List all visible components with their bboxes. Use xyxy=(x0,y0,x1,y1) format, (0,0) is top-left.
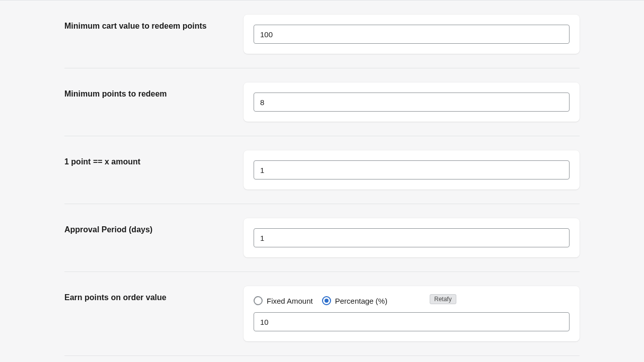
label-min-cart: Minimum cart value to redeem points xyxy=(64,22,207,30)
input-point-amount[interactable] xyxy=(254,160,570,179)
card-min-points xyxy=(244,82,580,122)
input-earn-value[interactable] xyxy=(254,312,570,331)
card-min-cart xyxy=(244,15,580,54)
label-point-amount: 1 point == x amount xyxy=(64,157,140,166)
radio-label-fixed: Fixed Amount xyxy=(267,297,313,305)
radio-percentage[interactable]: Percentage (%) xyxy=(322,296,387,305)
radio-icon-unselected xyxy=(254,296,263,305)
label-min-points: Minimum points to redeem xyxy=(64,89,167,98)
label-approval: Approval Period (days) xyxy=(64,225,152,234)
row-min-cart: Minimum cart value to redeem points xyxy=(64,1,580,68)
row-approval: Approval Period (days) xyxy=(64,204,580,272)
input-approval[interactable] xyxy=(254,228,570,247)
radio-fixed-amount[interactable]: Fixed Amount xyxy=(254,296,313,305)
badge-retafy: Retafy xyxy=(430,294,456,304)
input-min-cart[interactable] xyxy=(254,25,570,44)
row-min-points: Minimum points to redeem xyxy=(64,68,580,136)
radio-label-percentage: Percentage (%) xyxy=(335,297,387,305)
radio-icon-selected xyxy=(322,296,331,305)
card-earn: Fixed Amount Percentage (%) Retafy xyxy=(244,286,580,341)
row-earn: Earn points on order value Fixed Amount … xyxy=(64,272,580,356)
card-point-amount xyxy=(244,150,580,190)
card-approval xyxy=(244,218,580,257)
label-earn: Earn points on order value xyxy=(64,293,167,302)
row-point-amount: 1 point == x amount xyxy=(64,136,580,204)
input-min-points[interactable] xyxy=(254,93,570,112)
